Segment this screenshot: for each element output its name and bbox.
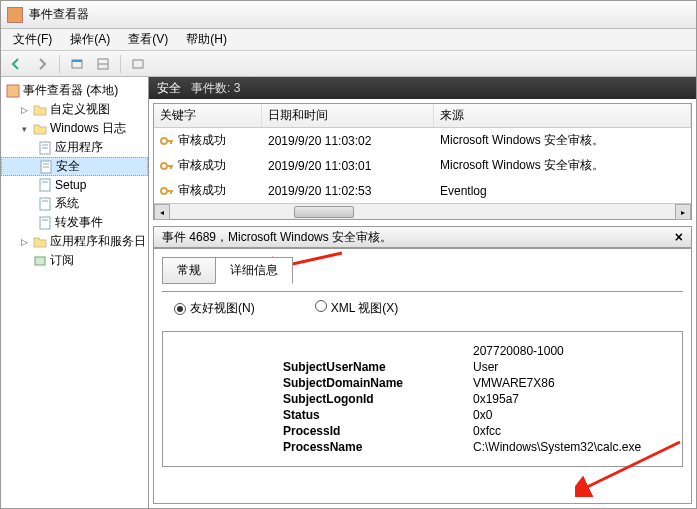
separator [59, 55, 60, 73]
menu-view[interactable]: 查看(V) [120, 29, 176, 50]
table-row[interactable]: 审核成功 2019/9/20 11:03:01 Microsoft Window… [154, 153, 691, 178]
svg-rect-18 [35, 257, 45, 265]
toolbar-btn-3[interactable] [127, 54, 149, 74]
detail-title: 事件 4689，Microsoft Windows 安全审核。 [162, 229, 392, 246]
tree-root[interactable]: 事件查看器 (本地) [1, 81, 148, 100]
col-datetime[interactable]: 日期和时间 [262, 104, 434, 127]
tree-forwarded[interactable]: 转发事件 [1, 213, 148, 232]
tree-app-services[interactable]: ▷ 应用程序和服务日 [1, 232, 148, 251]
cell-kw: 审核成功 [178, 157, 226, 174]
title-bar: 事件查看器 [1, 1, 696, 29]
tree-setup[interactable]: Setup [1, 176, 148, 194]
key-icon [160, 159, 174, 173]
tree-label: 事件查看器 (本地) [23, 82, 118, 99]
key-icon [160, 134, 174, 148]
window-title: 事件查看器 [29, 6, 89, 23]
key-status: Status [283, 408, 473, 422]
scroll-left-button[interactable]: ◂ [154, 204, 170, 220]
tab-strip: 常规 详细信息 [162, 257, 683, 284]
scroll-thumb[interactable] [294, 206, 354, 218]
folder-icon [32, 234, 48, 250]
svg-rect-5 [7, 85, 19, 97]
value-processid: 0xfcc [473, 424, 501, 438]
tree-label: 转发事件 [55, 214, 103, 231]
tree-label: 应用程序和服务日 [50, 233, 146, 250]
view-options: 友好视图(N) XML 视图(X) [162, 292, 683, 325]
folder-icon [32, 121, 48, 137]
expand-icon[interactable]: ▷ [19, 236, 30, 247]
tree-label: 订阅 [50, 252, 74, 269]
expand-icon[interactable]: ▷ [19, 104, 30, 115]
value-top: 207720080-1000 [473, 344, 564, 358]
radio-xml-view[interactable]: XML 视图(X) [315, 300, 399, 317]
value-processname: C:\Windows\System32\calc.exe [473, 440, 641, 454]
table-row[interactable]: 审核成功 2019/9/20 11:03:02 Microsoft Window… [154, 128, 691, 153]
event-grid: 关键字 日期和时间 来源 审核成功 2019/9/20 11:03:02 Mic… [153, 103, 692, 220]
col-keyword[interactable]: 关键字 [154, 104, 262, 127]
collapse-icon[interactable]: ▾ [19, 123, 30, 134]
value-subjectusername: User [473, 360, 498, 374]
nav-tree: 事件查看器 (本地) ▷ 自定义视图 ▾ Windows 日志 应用程序 安全 … [1, 77, 149, 508]
horizontal-scrollbar[interactable]: ◂ ▸ [154, 203, 691, 219]
cell-dt: 2019/9/20 11:03:02 [268, 134, 371, 148]
key-processid: ProcessId [283, 424, 473, 438]
menu-bar: 文件(F) 操作(A) 查看(V) 帮助(H) [1, 29, 696, 51]
forward-button[interactable] [31, 54, 53, 74]
menu-action[interactable]: 操作(A) [62, 29, 118, 50]
tree-label: 系统 [55, 195, 79, 212]
tree-label: 应用程序 [55, 139, 103, 156]
key-icon [160, 184, 174, 198]
key-subjectdomainname: SubjectDomainName [283, 376, 473, 390]
cell-dt: 2019/9/20 11:02:53 [268, 184, 371, 198]
separator [120, 55, 121, 73]
tree-label: 自定义视图 [50, 101, 110, 118]
value-status: 0x0 [473, 408, 492, 422]
menu-file[interactable]: 文件(F) [5, 29, 60, 50]
tree-label: Setup [55, 178, 86, 192]
tab-details[interactable]: 详细信息 [215, 257, 293, 284]
cell-src: Microsoft Windows 安全审核。 [440, 132, 604, 149]
tree-subscriptions[interactable]: 订阅 [1, 251, 148, 270]
toolbar-btn-2[interactable] [92, 54, 114, 74]
svg-rect-12 [40, 179, 50, 191]
radio-friendly-view[interactable]: 友好视图(N) [174, 300, 255, 317]
log-icon [37, 215, 53, 231]
cell-dt: 2019/9/20 11:03:01 [268, 159, 371, 173]
tree-windows-logs[interactable]: ▾ Windows 日志 [1, 119, 148, 138]
scroll-right-button[interactable]: ▸ [675, 204, 691, 220]
value-subjectlogonid: 0x195a7 [473, 392, 519, 406]
subs-icon [32, 253, 48, 269]
eventviewer-icon [5, 83, 21, 99]
menu-help[interactable]: 帮助(H) [178, 29, 235, 50]
cell-kw: 审核成功 [178, 182, 226, 199]
col-source[interactable]: 来源 [434, 104, 691, 127]
toolbar-btn-1[interactable] [66, 54, 88, 74]
tree-application[interactable]: 应用程序 [1, 138, 148, 157]
close-icon[interactable]: × [675, 229, 683, 245]
event-count-label: 事件数: 3 [191, 80, 240, 97]
radio-icon [174, 303, 186, 315]
svg-rect-14 [40, 198, 50, 210]
tree-label: 安全 [56, 158, 80, 175]
toolbar [1, 51, 696, 77]
spacer [19, 255, 30, 266]
grid-body: 审核成功 2019/9/20 11:03:02 Microsoft Window… [154, 128, 691, 203]
grid-header: 关键字 日期和时间 来源 [154, 104, 691, 128]
tab-general[interactable]: 常规 [162, 257, 216, 284]
list-title: 安全 [157, 80, 181, 97]
app-icon [7, 7, 23, 23]
log-icon [37, 196, 53, 212]
folder-icon [32, 102, 48, 118]
table-row[interactable]: 审核成功 2019/9/20 11:02:53 Eventlog [154, 178, 691, 203]
tree-security[interactable]: 安全 [1, 157, 148, 176]
key-subjectlogonid: SubjectLogonId [283, 392, 473, 406]
cell-src: Eventlog [440, 184, 487, 198]
key-subjectusername: SubjectUserName [283, 360, 473, 374]
log-icon [37, 177, 53, 193]
log-icon [38, 159, 54, 175]
svg-rect-1 [72, 60, 82, 62]
cell-kw: 审核成功 [178, 132, 226, 149]
tree-system[interactable]: 系统 [1, 194, 148, 213]
tree-custom-views[interactable]: ▷ 自定义视图 [1, 100, 148, 119]
back-button[interactable] [5, 54, 27, 74]
